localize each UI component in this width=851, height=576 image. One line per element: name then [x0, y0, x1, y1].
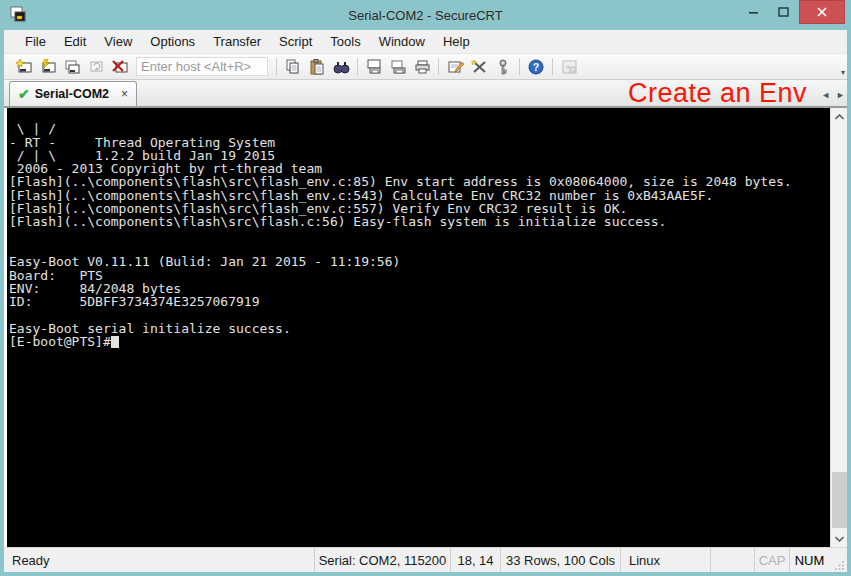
menu-transfer[interactable]: Transfer [204, 30, 270, 53]
connect-icon[interactable] [36, 56, 60, 78]
global-options-icon[interactable] [467, 56, 491, 78]
status-emulation: Linux [620, 548, 710, 572]
menu-options[interactable]: Options [141, 30, 204, 53]
paste-icon[interactable] [305, 56, 329, 78]
app-icon [9, 6, 27, 24]
terminal-prompt-line: [E-boot@PTS]# [9, 335, 830, 348]
menu-script[interactable]: Script [270, 30, 321, 53]
tab-scroll-right-icon[interactable]: ► [836, 91, 845, 100]
terminal-prompt: [E-boot@PTS]# [9, 334, 111, 349]
scrollbar-thumb[interactable] [832, 472, 847, 528]
key-agent-icon[interactable] [491, 56, 515, 78]
svg-text:?: ? [533, 61, 539, 73]
toolbar: ? ▾ [4, 53, 847, 80]
help-icon[interactable]: ? [524, 56, 548, 78]
find-icon[interactable] [329, 56, 353, 78]
status-num-indicator: NUM [789, 548, 829, 572]
quick-connect-icon[interactable] [12, 56, 36, 78]
tab-label: Serial-COM2 [35, 87, 119, 101]
toolbar-overflow-icon[interactable]: ▾ [841, 68, 845, 79]
session-options-icon[interactable] [443, 56, 467, 78]
clone-session-icon[interactable] [60, 56, 84, 78]
terminal-output: \ | / - RT - Thread Operating System / |… [9, 109, 830, 335]
statusbar: Ready Serial: COM2, 115200 18, 14 33 Row… [4, 547, 847, 572]
annotation-text: Create an Env [628, 78, 807, 109]
terminal-area: \ | / - RT - Thread Operating System / |… [4, 108, 847, 547]
maximize-button[interactable] [769, 0, 799, 24]
securecrt-window: Serial-COM2 - SecureCRT File Edit View O… [0, 0, 851, 576]
status-cursor-position: 18, 14 [450, 548, 500, 572]
status-caps-indicator: CAP [754, 548, 789, 572]
vertical-scrollbar[interactable] [830, 108, 847, 547]
host-input[interactable] [136, 57, 268, 76]
menu-file[interactable]: File [16, 30, 55, 53]
menu-tools[interactable]: Tools [321, 30, 369, 53]
tab-scroll-left-icon[interactable]: ◄ [821, 91, 830, 100]
menu-edit[interactable]: Edit [55, 30, 95, 53]
toolbar-separator [357, 58, 358, 75]
menubar: File Edit View Options Transfer Script T… [4, 30, 847, 53]
close-button[interactable] [799, 0, 845, 24]
session-manager-icon[interactable] [557, 56, 581, 78]
terminal-cursor [111, 336, 119, 348]
scroll-up-icon[interactable] [831, 108, 848, 125]
menu-view[interactable]: View [95, 30, 141, 53]
resize-grip[interactable] [829, 548, 847, 572]
menu-help[interactable]: Help [434, 30, 479, 53]
tab-serial-com2[interactable]: ✔ Serial-COM2 × [9, 81, 137, 106]
reconnect-icon[interactable] [84, 56, 108, 78]
disconnect-icon[interactable] [108, 56, 132, 78]
scroll-down-icon[interactable] [831, 530, 848, 547]
status-ready: Ready [4, 548, 314, 572]
toolbar-separator [438, 58, 439, 75]
toolbar-separator [519, 58, 520, 75]
terminal-screen[interactable]: \ | / - RT - Thread Operating System / |… [4, 108, 830, 547]
tab-close-icon[interactable]: × [119, 87, 130, 101]
status-blank-segment [710, 548, 754, 572]
status-serial: Serial: COM2, 115200 [314, 548, 450, 572]
print-screen-icon[interactable] [386, 56, 410, 78]
minimize-button[interactable] [739, 0, 769, 24]
print-preview-icon[interactable] [362, 56, 386, 78]
tabbar: ✔ Serial-COM2 × Create an Env ◄ ► [4, 80, 847, 108]
toolbar-separator [552, 58, 553, 75]
menu-window[interactable]: Window [370, 30, 434, 53]
print-icon[interactable] [410, 56, 434, 78]
connected-check-icon: ✔ [18, 87, 30, 101]
titlebar: Serial-COM2 - SecureCRT [0, 0, 851, 30]
copy-icon[interactable] [281, 56, 305, 78]
toolbar-separator [276, 58, 277, 75]
status-screen-size: 33 Rows, 100 Cols [500, 548, 620, 572]
window-title: Serial-COM2 - SecureCRT [0, 8, 851, 23]
